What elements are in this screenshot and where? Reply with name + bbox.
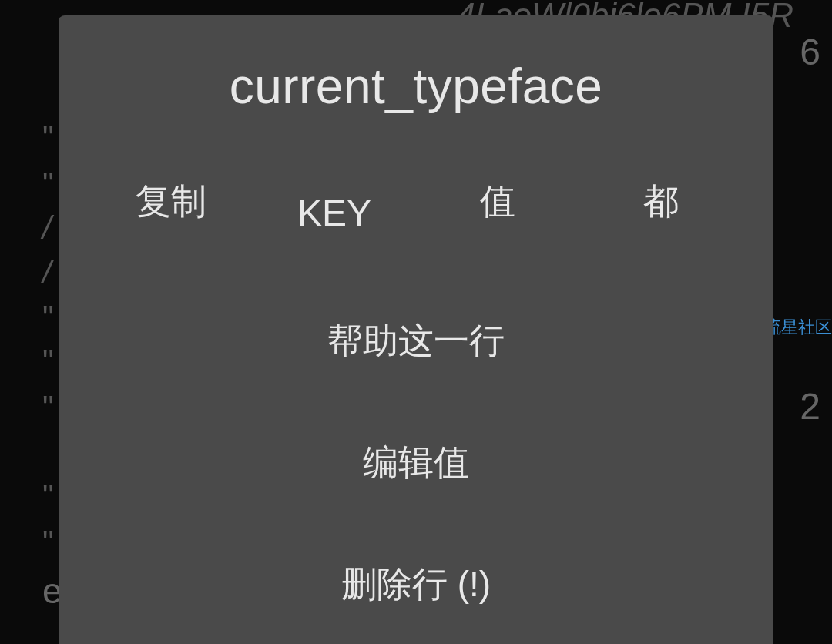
edit-value-button[interactable]: 编辑值 — [59, 402, 773, 524]
modal-overlay: current_typeface 复制 KEY 值 都 帮助这一行 编辑值 删除… — [0, 0, 832, 644]
delete-row-button[interactable]: 删除行 (!) — [59, 524, 773, 644]
copy-key-option[interactable]: KEY — [253, 169, 416, 234]
copy-value-option[interactable]: 值 — [416, 178, 579, 226]
copy-options-row: 复制 KEY 值 都 — [59, 169, 773, 280]
context-menu-modal: current_typeface 复制 KEY 值 都 帮助这一行 编辑值 删除… — [59, 15, 773, 644]
modal-title: current_typeface — [59, 15, 773, 169]
help-row-button[interactable]: 帮助这一行 — [59, 280, 773, 402]
copy-all-option[interactable]: 都 — [579, 178, 743, 226]
copy-label[interactable]: 复制 — [89, 178, 253, 226]
